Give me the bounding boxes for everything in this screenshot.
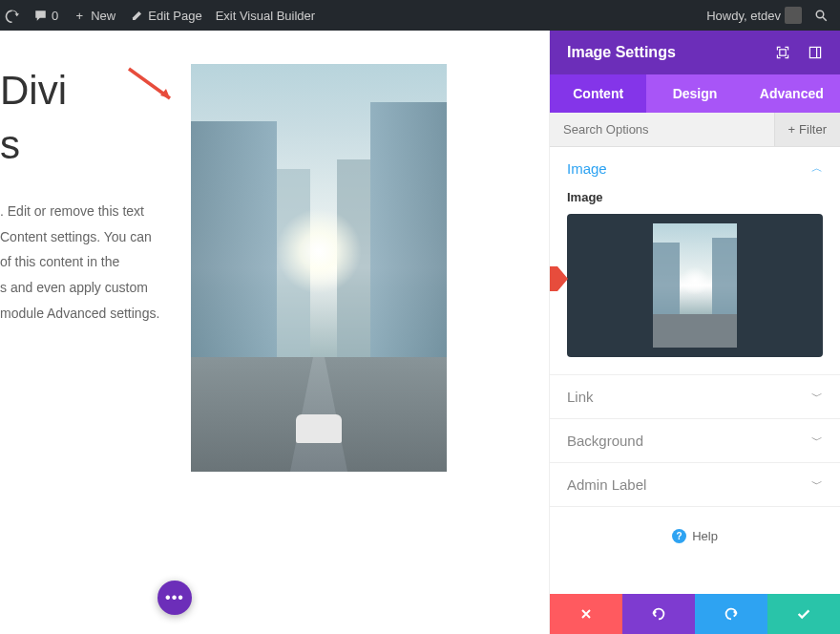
- avatar-icon: [785, 7, 802, 24]
- undo-button[interactable]: [622, 594, 695, 634]
- svg-rect-2: [809, 47, 820, 57]
- accordion-header-admin-label[interactable]: Admin Label ﹀: [550, 463, 840, 506]
- admin-search[interactable]: [813, 8, 829, 23]
- greeting-text: Howdy, etdev: [706, 9, 781, 23]
- chevron-down-icon: ﹀: [811, 476, 823, 493]
- search-icon: [813, 8, 829, 23]
- search-input[interactable]: [550, 113, 774, 146]
- page-body-text: . Edit or remove this text Content setti…: [0, 199, 181, 326]
- help-icon: ?: [672, 529, 686, 543]
- pencil-icon: [129, 8, 144, 23]
- accordion-title-link: Link: [567, 389, 594, 405]
- cancel-button[interactable]: [550, 594, 622, 634]
- svg-rect-1: [780, 50, 786, 55]
- panel-tabs: Content Design Advanced: [550, 74, 840, 113]
- accordion-image: Image ︿ Image 1: [550, 147, 840, 375]
- admin-new-label: New: [91, 9, 116, 23]
- snap-button[interactable]: [808, 45, 823, 60]
- close-icon: [578, 606, 594, 622]
- admin-new[interactable]: + New: [72, 8, 116, 23]
- panel-body: Image ︿ Image 1: [550, 147, 840, 594]
- panel-header: Image Settings: [550, 31, 840, 74]
- accordion-link: Link ﹀: [550, 375, 840, 419]
- admin-exit-builder[interactable]: Exit Visual Builder: [216, 9, 316, 23]
- undo-icon: [650, 605, 667, 623]
- comments-count: 0: [52, 9, 58, 23]
- accordion-admin-label: Admin Label ﹀: [550, 463, 840, 507]
- accordion-title-admin-label: Admin Label: [567, 476, 646, 493]
- check-icon: [795, 605, 812, 623]
- chevron-down-icon: ﹀: [811, 433, 823, 449]
- admin-comments[interactable]: 0: [32, 8, 58, 23]
- tab-design[interactable]: Design: [646, 74, 743, 113]
- page-canvas: Divi s . Edit or remove this text Conten…: [0, 31, 549, 634]
- filter-button[interactable]: + Filter: [774, 113, 840, 146]
- accordion-title-image: Image: [567, 160, 607, 177]
- accordion-header-link[interactable]: Link ﹀: [550, 375, 840, 418]
- filter-label: Filter: [799, 122, 827, 137]
- help-label: Help: [692, 529, 718, 543]
- exit-builder-label: Exit Visual Builder: [216, 9, 316, 23]
- panel-title: Image Settings: [567, 44, 676, 61]
- expand-button[interactable]: [775, 45, 790, 60]
- settings-panel: Image Settings Content Design Advanced +…: [549, 31, 840, 634]
- expand-icon: [775, 45, 790, 60]
- admin-updates[interactable]: [4, 8, 19, 23]
- ellipsis-icon: •••: [165, 589, 184, 606]
- comment-icon: [32, 8, 48, 23]
- dock-icon: [808, 45, 823, 60]
- plus-icon: +: [72, 8, 87, 23]
- image-field-label: Image: [567, 190, 823, 204]
- accordion-title-background: Background: [567, 433, 643, 449]
- admin-bar: 0 + New Edit Page Exit Visual Builder Ho…: [0, 0, 840, 31]
- chevron-down-icon: ﹀: [811, 389, 823, 405]
- annotation-arrow-icon: [124, 64, 181, 107]
- chevron-up-icon: ︿: [811, 160, 823, 177]
- save-button[interactable]: [767, 594, 840, 634]
- svg-point-0: [816, 11, 824, 18]
- accordion-background: Background ﹀: [550, 419, 840, 463]
- image-preview-box[interactable]: 1: [567, 214, 823, 357]
- edit-page-label: Edit Page: [148, 9, 201, 23]
- admin-edit-page[interactable]: Edit Page: [129, 8, 201, 23]
- redo-icon: [723, 605, 740, 623]
- search-row: + Filter: [550, 113, 840, 147]
- refresh-icon: [4, 8, 19, 23]
- accordion-header-image[interactable]: Image ︿: [550, 147, 840, 190]
- plus-icon: +: [788, 122, 796, 137]
- redo-button[interactable]: [695, 594, 767, 634]
- admin-greeting[interactable]: Howdy, etdev: [706, 7, 802, 24]
- image-thumbnail: [653, 223, 737, 348]
- accordion-header-background[interactable]: Background ﹀: [550, 419, 840, 462]
- tab-content[interactable]: Content: [550, 74, 646, 113]
- page-image-module[interactable]: [191, 64, 447, 472]
- page-settings-fab[interactable]: •••: [158, 581, 192, 615]
- tab-advanced[interactable]: Advanced: [744, 74, 840, 113]
- panel-footer: [550, 594, 840, 634]
- help-link[interactable]: ? Help: [672, 529, 718, 543]
- annotation-marker: 1: [550, 266, 557, 291]
- help-row: ? Help: [550, 507, 840, 562]
